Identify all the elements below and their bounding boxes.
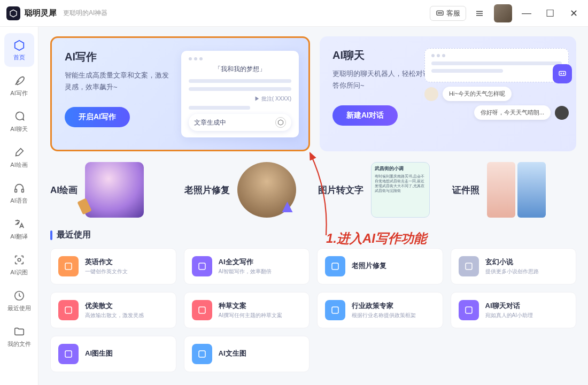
recent-item-icon [58,344,79,364]
sidebar-item-translate[interactable]: AI翻译 [4,212,34,246]
svg-rect-11 [21,189,24,192]
ocr-preview-image: 武昌街的小调 有时候到重庆南路买书,总会不自觉地想武昌街去走一回,最近发现武昌街… [371,162,430,218]
customer-service-button[interactable]: 客服 [430,6,466,21]
svg-rect-18 [65,263,72,270]
maximize-button[interactable]: ☐ [542,5,558,21]
sidebar-item-image-recognition[interactable]: AI识图 [4,248,34,282]
svg-rect-21 [466,263,472,270]
headphone-icon [13,182,26,195]
chat-demo-preview: Hi~今天的天气怎样呢 你好呀，今天天气晴朗... [424,48,569,120]
chat-bubble-icon [436,9,444,18]
recent-item-title: 行业政策专家 [352,301,416,311]
svg-point-4 [441,12,442,13]
sidebar-item-voice[interactable]: AI语音 [4,176,34,210]
recent-item[interactable]: AI文生图 [184,336,310,372]
recent-item-desc: AI智能写作，效率翻倍 [219,268,272,275]
recent-item-desc: 宛如真人的AI小助理 [485,312,533,319]
recent-item[interactable]: 英语作文一键创作英文作文 [50,248,176,284]
hero-card-chat[interactable]: AI聊天 更聪明的聊天机器人，轻松对话，答你所问~ 新建AI对话 Hi~今天的天… [320,36,576,151]
user-avatar[interactable] [494,4,512,22]
minimize-button[interactable]: — [519,5,535,21]
sidebar-item-chat[interactable]: AI聊天 [4,105,34,138]
recent-grid: 英语作文一键创作英文作文AI全文写作AI智能写作，效率翻倍老照片修复玄幻小说提供… [50,248,576,372]
recent-item-title: 玄幻小说 [485,257,539,267]
writing-demo-preview: 「我和我的梦想」 ▶ 批注( XXXX) 文章生成中 [181,51,299,137]
svg-rect-22 [65,307,72,313]
hamburger-menu-button[interactable] [471,5,488,21]
app-logo-icon [6,6,20,20]
recent-item[interactable]: 种草文案AI撰写任何主题的种草文案 [184,292,310,328]
recent-item-icon [58,256,79,276]
svg-rect-15 [559,72,566,76]
recent-item-icon [58,300,79,320]
svg-point-3 [439,12,440,13]
hamburger-icon [475,9,484,18]
recent-item-title: AI图生图 [85,349,113,358]
sidebar-item-writing[interactable]: AI写作 [4,69,34,103]
app-slogan: 更聪明的AI神器 [63,9,107,18]
hero-card-writing[interactable]: AI写作 智能生成高质量文章和文案，激发灵感，效率飙升~ 开启AI写作 AI 「… [50,36,310,151]
hexagon-icon [275,117,286,128]
sidebar-item-recent[interactable]: 最近使用 [4,284,34,318]
feature-tile-ocr[interactable]: 图片转文字 武昌街的小调 有时候到重庆南路买书,总会不自觉地想武昌街去走一回,最… [318,162,443,218]
feature-tile-paint[interactable]: AI绘画 [50,162,175,218]
home-icon [13,38,26,51]
svg-point-2 [438,12,439,13]
app-title: 聪明灵犀 [25,8,57,18]
hexagon-icon [555,106,569,120]
feature-tile-oldphoto[interactable]: 老照片修复 [184,162,309,218]
recent-item[interactable]: 老照片修复 [317,248,443,284]
recent-item-title: AI聊天对话 [485,301,533,311]
clock-icon [13,289,26,302]
hero-writing-desc: 智能生成高质量文章和文案，激发灵感，效率飙升~ [65,70,172,93]
hero-chat-desc: 更聪明的聊天机器人，轻松对话，答你所问~ [332,68,439,91]
recent-item[interactable]: 玄幻小说提供更多小说创作思路 [451,248,577,284]
svg-point-17 [563,73,564,74]
sidebar-item-home[interactable]: 首页 [4,33,34,67]
recent-item-title: 老照片修复 [352,261,386,271]
close-button[interactable]: ✕ [566,5,582,21]
svg-rect-27 [199,351,205,357]
svg-marker-8 [14,41,24,50]
recent-item-title: AI文生图 [219,349,246,358]
svg-rect-23 [199,307,205,313]
idphoto-preview-image [487,162,546,218]
avatar-icon [424,87,438,101]
recent-item-icon [459,256,479,276]
svg-rect-19 [199,263,205,270]
main-content: AI写作 智能生成高质量文章和文案，激发灵感，效率飙升~ 开启AI写作 AI 「… [38,27,588,385]
recent-item[interactable]: 行业政策专家根据行业名称提供政策框架 [317,292,443,328]
sidebar-item-paint[interactable]: AI绘画 [4,141,34,174]
recent-item[interactable]: AI图生图 [50,336,176,372]
new-chat-button[interactable]: 新建AI对话 [332,105,398,126]
oldphoto-preview-image [237,162,296,218]
recent-item-desc: 高效输出散文，激发灵感 [85,312,144,319]
paint-preview-image [85,162,144,218]
svg-point-16 [561,73,562,74]
recent-item-desc: 提供更多小说创作思路 [485,268,539,275]
chat-icon [13,110,26,123]
folder-icon [13,325,26,338]
recent-item-desc: AI撰写任何主题的种草文案 [219,312,282,319]
sidebar-item-files[interactable]: 我的文件 [4,320,34,353]
recent-section-title: 最近使用 [50,229,576,241]
svg-point-12 [18,258,21,261]
recent-item-title: 优美散文 [85,301,144,311]
recent-item[interactable]: AI全文写作AI智能写作，效率翻倍 [184,248,310,284]
recent-item[interactable]: AI聊天对话宛如真人的AI小助理 [451,292,577,328]
svg-marker-0 [10,10,17,17]
recent-item-desc: 一键创作英文作文 [85,268,128,275]
svg-marker-14 [278,120,283,125]
feature-tile-idphoto[interactable]: 证件照 [452,162,577,218]
svg-rect-25 [466,307,472,313]
recent-item[interactable]: 优美散文高效输出散文，激发灵感 [50,292,176,328]
recent-item-icon [192,344,212,364]
recent-item-icon [192,300,212,320]
recent-item-icon [325,300,345,320]
recent-item-title: AI全文写作 [219,257,272,267]
scan-icon [13,253,26,266]
titlebar: 聪明灵犀 更聪明的AI神器 客服 — ☐ ✕ [0,0,588,27]
start-writing-button[interactable]: 开启AI写作 [65,107,130,127]
brush-icon [13,146,26,159]
recent-item-title: 英语作文 [85,257,128,267]
